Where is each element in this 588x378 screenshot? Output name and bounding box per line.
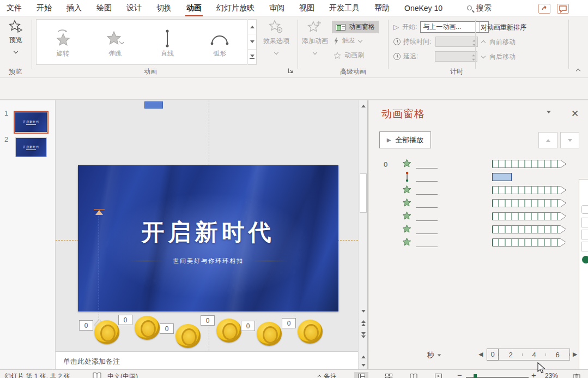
zoom-level[interactable]: 23%	[545, 372, 558, 378]
share-button[interactable]	[538, 4, 550, 15]
timeline-bar[interactable]	[492, 186, 567, 194]
next-slide-button[interactable]	[359, 331, 367, 340]
partial-shape[interactable]	[144, 101, 163, 109]
duration-row: 持续时间:	[393, 37, 478, 47]
notes-pane[interactable]: 单击此处添加备注	[56, 351, 358, 369]
tab-draw[interactable]: 绘图	[96, 3, 112, 13]
seconds-dropdown[interactable]: 秒	[427, 350, 441, 360]
slide-thumbnail-2[interactable]: 开启新时代	[15, 137, 47, 157]
animation-painter-button[interactable]: 动画刷	[334, 51, 364, 60]
move-up-button[interactable]	[538, 132, 557, 148]
play-all-button[interactable]: ▶ 全部播放	[379, 131, 431, 148]
coin-shape[interactable]	[298, 320, 323, 344]
timeline-bar[interactable]	[492, 212, 567, 220]
preview-button[interactable]: 预览	[3, 20, 28, 55]
animation-order-badge[interactable]: 0	[241, 321, 255, 331]
tab-file[interactable]: 文件	[7, 3, 22, 13]
zoom-slider-thumb[interactable]	[474, 374, 477, 378]
slide-title[interactable]: 开启新时代	[78, 217, 338, 248]
gallery-scroll-up[interactable]	[248, 20, 256, 34]
slide-sorter-view-button[interactable]	[381, 372, 396, 378]
slideshow-view-button[interactable]	[431, 372, 445, 378]
animation-order-badge[interactable]: 0	[118, 315, 132, 325]
add-animation-button[interactable]: 添加动画	[300, 20, 330, 56]
tab-onekey[interactable]: OneKey 10	[404, 4, 442, 13]
reading-view-button[interactable]	[407, 372, 421, 378]
tab-design[interactable]: 设计	[126, 3, 142, 13]
delay-input[interactable]	[435, 51, 477, 62]
animation-item[interactable]	[369, 171, 588, 184]
timeline-ruler[interactable]: 0 2 4 6	[487, 349, 570, 361]
animation-order-badge[interactable]: 0	[160, 323, 174, 334]
canvas-scrollbar[interactable]	[358, 100, 367, 351]
scrollbar-thumb[interactable]	[360, 173, 367, 213]
tab-help[interactable]: 帮助	[374, 3, 390, 13]
animation-order-badge[interactable]: 0	[79, 320, 93, 331]
tab-developer[interactable]: 开发工具	[329, 3, 360, 13]
notes-scroll-down[interactable]	[359, 361, 367, 370]
timeline-bar[interactable]	[492, 225, 567, 233]
ribbon-separator	[388, 20, 389, 69]
timeline-bar[interactable]	[492, 199, 567, 207]
timeline-bar[interactable]	[492, 160, 567, 168]
timeline-scroll-left[interactable]: ◀	[478, 351, 483, 358]
effect-options-button[interactable]: 效果选项	[258, 20, 294, 56]
zoom-out-button[interactable]: −	[457, 370, 462, 378]
gallery-item-spin[interactable]: 旋转	[37, 20, 89, 64]
notes-placeholder[interactable]: 单击此处添加备注	[63, 357, 120, 367]
move-earlier-button[interactable]: 向前移动	[482, 38, 516, 47]
coin-shape[interactable]	[135, 316, 160, 340]
timeline-bar[interactable]	[492, 238, 567, 247]
entrance-star-icon	[402, 211, 412, 223]
slide[interactable]: 开启新时代 世间美好与你环环相扣	[78, 165, 338, 311]
tab-review[interactable]: 审阅	[269, 3, 284, 13]
coin-shape[interactable]	[175, 324, 201, 348]
animation-dialog-launcher[interactable]	[288, 68, 294, 74]
timeline-scroll-right[interactable]: ▶	[573, 351, 577, 358]
tab-animations[interactable]: 动画	[186, 3, 202, 13]
search-box[interactable]: 搜索	[467, 3, 492, 13]
timeline-bar-selected[interactable]	[492, 173, 512, 181]
scroll-up-button[interactable]	[359, 101, 367, 111]
animation-order-badge[interactable]: 0	[282, 318, 296, 328]
animation-pane-toggle[interactable]: 动画窗格	[332, 21, 379, 33]
slide-subtitle-row[interactable]: 世间美好与你环环相扣	[78, 257, 338, 265]
fit-slide-button[interactable]	[569, 372, 584, 378]
slide-editing-canvas[interactable]: 开启新时代 世间美好与你环环相扣 0 0 0 0 0 0	[56, 100, 358, 351]
comment-button[interactable]	[557, 4, 569, 15]
zoom-in-button[interactable]: +	[531, 370, 536, 378]
move-down-button[interactable]	[560, 132, 579, 148]
previous-slide-button[interactable]	[359, 319, 367, 328]
trigger-button[interactable]: 触发	[334, 36, 362, 45]
tab-home[interactable]: 开始	[37, 3, 52, 13]
tab-slideshow[interactable]: 幻灯片放映	[216, 3, 254, 13]
duration-input[interactable]	[435, 37, 478, 47]
tab-transitions[interactable]: 切换	[156, 3, 172, 13]
scroll-down-button[interactable]	[359, 307, 367, 316]
tab-view[interactable]: 视图	[299, 3, 314, 13]
collapse-ribbon-button[interactable]	[577, 67, 580, 74]
gallery-scroll-down[interactable]	[248, 34, 256, 49]
gallery-item-bounce[interactable]: 弹跳	[89, 20, 141, 64]
normal-view-button[interactable]	[354, 372, 368, 378]
notes-scrollbar[interactable]	[358, 351, 367, 369]
coin-shape[interactable]	[216, 319, 241, 343]
motion-path-start-marker[interactable]	[94, 209, 105, 215]
start-select[interactable]: 与上一动画...	[420, 21, 489, 33]
slide-number: 1	[4, 109, 8, 117]
coin-shape[interactable]	[94, 320, 119, 344]
motion-path-line	[99, 216, 99, 321]
gallery-item-arc[interactable]: 弧形	[193, 20, 246, 64]
animation-order-badge[interactable]: 0	[201, 315, 215, 326]
notes-toggle-button[interactable]: 备注	[318, 372, 337, 378]
move-later-button[interactable]: 向后移动	[482, 52, 516, 62]
gallery-item-line[interactable]: 直线	[141, 20, 193, 64]
coin-shape[interactable]	[257, 322, 282, 346]
tab-insert[interactable]: 插入	[66, 3, 82, 13]
spellcheck-book-icon[interactable]	[93, 373, 101, 378]
language-indicator[interactable]: 中文(中国)	[107, 372, 138, 378]
gallery-more-button[interactable]	[248, 50, 256, 64]
slide-thumbnail-1[interactable]: 开启新时代	[15, 112, 47, 132]
pane-menu-dropdown-icon[interactable]	[547, 113, 551, 123]
pane-close-icon[interactable]: ✕	[571, 108, 579, 119]
